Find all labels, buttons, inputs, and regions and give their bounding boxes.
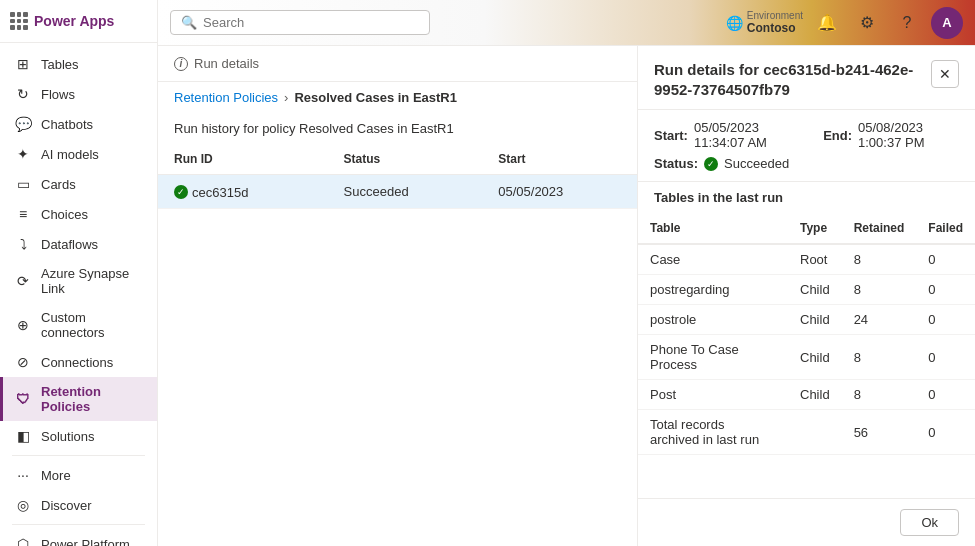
search-box[interactable]: 🔍 — [170, 10, 430, 35]
sidebar-item-retention-policies[interactable]: 🛡 Retention Policies — [0, 377, 157, 421]
row-retained-0: 8 — [842, 244, 917, 275]
table-row: Case Root 8 0 — [638, 244, 975, 275]
start-value: 05/05/2023 11:34:07 AM — [694, 120, 799, 150]
right-panel: Run details for cec6315d-b241-462e-9952-… — [638, 46, 975, 546]
sidebar-item-chatbots[interactable]: 💬 Chatbots — [0, 109, 157, 139]
choices-icon: ≡ — [15, 206, 31, 222]
right-panel-footer: Ok — [638, 498, 975, 546]
run-table: Run ID Status Start ✓ cec6315d Succe — [158, 144, 637, 209]
sidebar-item-dataflows[interactable]: ⤵ Dataflows — [0, 229, 157, 259]
row-table-0: Case — [638, 244, 788, 275]
retained-col-header: Retained — [842, 213, 917, 244]
row-table-total: Total records archived in last run — [638, 410, 788, 455]
run-id-cell: ✓ cec6315d — [158, 175, 328, 209]
right-panel-header: Run details for cec6315d-b241-462e-9952-… — [638, 46, 975, 110]
avatar[interactable]: A — [931, 7, 963, 39]
run-history-title: Run history for policy Resolved Cases in… — [158, 113, 637, 144]
end-label: End: — [823, 128, 852, 143]
sidebar: Power Apps ⊞ Tables ↻ Flows 💬 Chatbots ✦… — [0, 0, 158, 546]
row-failed-2: 0 — [916, 305, 975, 335]
azure-synapse-label: Azure Synapse Link — [41, 266, 145, 296]
app-logo[interactable]: Power Apps — [10, 12, 114, 30]
row-retained-total: 56 — [842, 410, 917, 455]
right-panel-title: Run details for cec6315d-b241-462e-9952-… — [654, 60, 931, 99]
run-id-value: cec6315d — [192, 185, 248, 200]
table-row: Post Child 8 0 — [638, 380, 975, 410]
status-meta-label: Status: — [654, 156, 698, 171]
close-panel-button[interactable]: ✕ — [931, 60, 959, 88]
status-check-icon: ✓ — [174, 185, 188, 199]
row-type-1: Child — [788, 275, 842, 305]
tables-label: Tables — [41, 57, 79, 72]
nav-divider-2 — [12, 524, 145, 525]
breadcrumb-parent[interactable]: Retention Policies — [174, 90, 278, 105]
sidebar-item-tables[interactable]: ⊞ Tables — [0, 49, 157, 79]
sidebar-item-azure-synapse[interactable]: ⟳ Azure Synapse Link — [0, 259, 157, 303]
row-table-1: postregarding — [638, 275, 788, 305]
retention-policies-label: Retention Policies — [41, 384, 145, 414]
connections-icon: ⊘ — [15, 354, 31, 370]
notifications-button[interactable]: 🔔 — [811, 7, 843, 39]
info-icon: i — [174, 57, 188, 71]
environment-name: Contoso — [747, 21, 803, 35]
waffle-icon — [10, 12, 28, 30]
sidebar-header: Power Apps — [0, 0, 157, 43]
sidebar-item-discover[interactable]: ◎ Discover — [0, 490, 157, 520]
sidebar-item-custom-connectors[interactable]: ⊕ Custom connectors — [0, 303, 157, 347]
sidebar-item-more[interactable]: ··· More — [0, 460, 157, 490]
end-meta: End: 05/08/2023 1:00:37 PM — [823, 120, 959, 150]
table-row: postrole Child 24 0 — [638, 305, 975, 335]
right-panel-meta: Start: 05/05/2023 11:34:07 AM End: 05/08… — [638, 110, 975, 181]
environment-label: Environment — [747, 10, 803, 21]
main-area: 🔍 🌐 Environment Contoso 🔔 ⚙ ? A i Run de… — [158, 0, 975, 546]
flows-icon: ↻ — [15, 86, 31, 102]
tables-table: Table Type Retained Failed Case Root 8 0… — [638, 213, 975, 455]
ok-button[interactable]: Ok — [900, 509, 959, 536]
discover-icon: ◎ — [15, 497, 31, 513]
sidebar-item-solutions[interactable]: ◧ Solutions — [0, 421, 157, 451]
row-failed-3: 0 — [916, 335, 975, 380]
sidebar-item-ai-models[interactable]: ✦ AI models — [0, 139, 157, 169]
table-row: Phone To Case Process Child 8 0 — [638, 335, 975, 380]
sidebar-item-cards[interactable]: ▭ Cards — [0, 169, 157, 199]
table-row[interactable]: ✓ cec6315d Succeeded 05/05/2023 — [158, 175, 637, 209]
row-type-0: Root — [788, 244, 842, 275]
run-details-header: i Run details — [158, 46, 637, 82]
environment-info: Environment Contoso — [747, 10, 803, 35]
solutions-icon: ◧ — [15, 428, 31, 444]
discover-label: Discover — [41, 498, 92, 513]
sidebar-item-choices[interactable]: ≡ Choices — [0, 199, 157, 229]
search-icon: 🔍 — [181, 15, 197, 30]
tables-section-title: Tables in the last run — [638, 181, 975, 213]
row-type-total — [788, 410, 842, 455]
sidebar-item-flows[interactable]: ↻ Flows — [0, 79, 157, 109]
chatbots-icon: 💬 — [15, 116, 31, 132]
sidebar-item-connections[interactable]: ⊘ Connections — [0, 347, 157, 377]
help-button[interactable]: ? — [891, 7, 923, 39]
row-failed-total: 0 — [916, 410, 975, 455]
more-label: More — [41, 468, 71, 483]
search-input[interactable] — [203, 15, 419, 30]
run-details-label: Run details — [194, 56, 259, 71]
start-cell: 05/05/2023 — [482, 175, 637, 209]
row-type-3: Child — [788, 335, 842, 380]
failed-col-header: Failed — [916, 213, 975, 244]
connections-label: Connections — [41, 355, 113, 370]
breadcrumb: Retention Policies › Resolved Cases in E… — [158, 82, 637, 113]
sidebar-item-power-platform[interactable]: ⬡ Power Platform — [0, 529, 157, 546]
row-retained-1: 8 — [842, 275, 917, 305]
breadcrumb-current: Resolved Cases in EastR1 — [294, 90, 457, 105]
power-platform-icon: ⬡ — [15, 536, 31, 546]
tables-icon: ⊞ — [15, 56, 31, 72]
app-name: Power Apps — [34, 13, 114, 29]
settings-button[interactable]: ⚙ — [851, 7, 883, 39]
status-cell: Succeeded — [328, 175, 483, 209]
breadcrumb-separator: › — [284, 90, 288, 105]
row-failed-1: 0 — [916, 275, 975, 305]
table-row-total: Total records archived in last run 56 0 — [638, 410, 975, 455]
ai-models-label: AI models — [41, 147, 99, 162]
environment-selector[interactable]: 🌐 Environment Contoso — [726, 10, 803, 35]
meta-dates-row: Start: 05/05/2023 11:34:07 AM End: 05/08… — [654, 120, 959, 150]
start-col-header: Start — [482, 144, 637, 175]
end-value: 05/08/2023 1:00:37 PM — [858, 120, 959, 150]
